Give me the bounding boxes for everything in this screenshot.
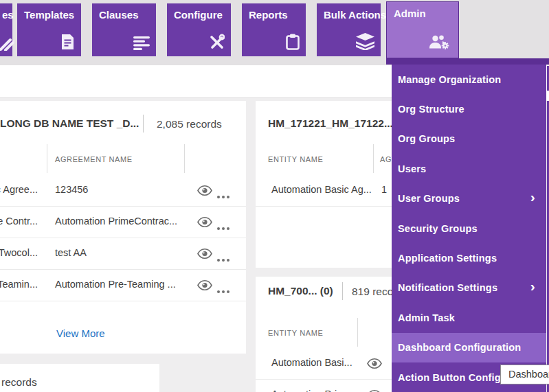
table-row[interactable]: Twocol... test AA: [0, 238, 246, 270]
nav-tile-reports[interactable]: Reports: [242, 3, 306, 56]
nav-tile-label: Bulk Actions: [324, 9, 386, 21]
cell-entity-name: Automation Pri...: [271, 389, 345, 392]
submenu-chevron-icon: ›: [530, 279, 535, 295]
title-divider: [342, 282, 343, 300]
menu-item-label: Org Groups: [398, 133, 455, 144]
menu-item-label: Security Groups: [398, 223, 478, 234]
view-icon[interactable]: [197, 217, 212, 227]
menu-item-label: Manage Organization: [398, 74, 501, 85]
users-gear-icon: [429, 34, 449, 50]
submenu-chevron-icon: ›: [530, 189, 535, 205]
menu-item-notification-settings[interactable]: Notification Settings›: [392, 273, 546, 303]
cell-entity: Twocol...: [0, 247, 38, 258]
more-actions-icon[interactable]: [217, 189, 232, 201]
nav-tile-label: Configure: [174, 9, 223, 21]
cell-entity-name: Automation Basic Ag...: [271, 184, 372, 195]
clipboard-icon: [286, 34, 300, 50]
table-row[interactable]: e Contr... Automation PrimeContrac...: [0, 207, 246, 238]
tooltip: Dashboard Configuration: [500, 365, 549, 384]
menu-item-application-settings[interactable]: Application Settings: [392, 243, 546, 273]
menu-item-dashboard-configuration[interactable]: Dashboard Configuration: [392, 333, 546, 362]
nav-tile-label: Admin: [394, 8, 426, 19]
menu-item-security-groups[interactable]: Security Groups: [392, 214, 546, 243]
menu-item-label: Application Settings: [398, 253, 497, 264]
cell-entity: Teamin...: [0, 279, 38, 290]
dashboard-card-long-db: LONG DB NAME TEST _D... 2,085 records AG…: [0, 101, 246, 354]
column-header: ENTITY NAME: [268, 155, 323, 163]
nav-tile-label: Templates: [24, 9, 74, 21]
view-icon[interactable]: [367, 358, 382, 369]
view-icon[interactable]: [197, 185, 212, 196]
nav-tile-clauses[interactable]: Clauses: [92, 3, 156, 56]
title-divider: [143, 115, 144, 132]
menu-item-admin-task[interactable]: Admin Task: [392, 303, 546, 332]
menu-item-label: Users: [398, 163, 426, 174]
menu-item-label: Admin Task: [398, 312, 455, 323]
cell-agreement-name: 123456: [55, 184, 88, 195]
nav-tile-label: Reports: [249, 9, 288, 21]
column-divider: [357, 318, 358, 347]
menu-item-label: Notification Settings: [398, 282, 497, 293]
menu-item-org-structure[interactable]: Org Structure: [392, 94, 546, 124]
card-title: LONG DB NAME TEST _D...: [0, 117, 139, 129]
record-count: records: [1, 376, 37, 389]
nav-tile-configure[interactable]: Configure: [167, 3, 231, 56]
cell-agreement-name: test AA: [55, 247, 87, 258]
column-divider: [373, 144, 374, 173]
menu-item-label: Org Structure: [398, 104, 464, 115]
menu-item-manage-organization[interactable]: Manage Organization: [392, 65, 546, 94]
menu-item-org-groups[interactable]: Org Groups: [392, 124, 546, 154]
cell-agreement-name: Automation Pre-Teaming ...: [55, 279, 176, 290]
cell-entity: c Agree...: [0, 184, 38, 195]
menu-item-user-groups[interactable]: User Groups›: [392, 184, 546, 214]
column-divider: [47, 144, 47, 173]
cell-entity: e Contr...: [0, 216, 38, 227]
menu-item-label: Dashboard Configuration: [398, 342, 521, 353]
app-screen: es Templates Clauses Configure Reports: [0, 0, 549, 392]
view-icon[interactable]: [197, 249, 212, 259]
nav-tile-cut[interactable]: es: [0, 3, 12, 56]
document-icon: [60, 34, 75, 50]
list-lines-icon: [133, 36, 150, 50]
nav-tile-label: es: [2, 9, 14, 21]
nav-tile-templates[interactable]: Templates: [17, 3, 81, 56]
table-row[interactable]: c Agree... 123456: [0, 175, 246, 207]
view-icon[interactable]: [197, 280, 212, 290]
tile-bar: es Templates Clauses Configure Reports: [0, 0, 549, 65]
column-header: ENTITY NAME: [268, 329, 323, 337]
nav-tile-bulk-actions[interactable]: Bulk Actions: [317, 3, 381, 56]
more-actions-icon[interactable]: [217, 220, 232, 233]
cell-entity-name: Automation Basi...: [271, 357, 352, 368]
card-title: HM_171221_HM_17122...: [268, 117, 393, 129]
tools-icon: [208, 34, 225, 50]
cell-agreement-name: Automation PrimeContrac...: [55, 216, 177, 227]
table-body: c Agree... 123456 e Contr... Automation …: [0, 175, 246, 301]
table-row[interactable]: Teamin... Automation Pre-Teaming ...: [0, 270, 246, 301]
column-header: AGREEMENT NAME: [55, 155, 133, 163]
more-actions-icon[interactable]: [217, 284, 232, 296]
clipped-panel-gap: [546, 91, 549, 101]
record-count: 2,085 records: [157, 118, 222, 130]
view-more-link[interactable]: View More: [56, 327, 105, 339]
pen-icon: [0, 33, 14, 51]
column-divider: [184, 144, 185, 173]
layers-icon: [356, 33, 374, 50]
dashboard-card-partial: records: [0, 364, 159, 392]
admin-dropdown-menu: Manage Organization Org Structure Org Gr…: [392, 65, 546, 392]
nav-tile-label: Clauses: [99, 9, 139, 21]
cell-agreement: 1: [381, 184, 387, 195]
nav-tile-admin[interactable]: Admin: [386, 1, 459, 58]
menu-item-label: User Groups: [398, 193, 460, 204]
card-title: HM_700... (0): [268, 285, 333, 297]
menu-item-users[interactable]: Users: [392, 154, 546, 183]
menu-top-bar: [386, 58, 549, 65]
more-actions-icon[interactable]: [217, 252, 232, 264]
